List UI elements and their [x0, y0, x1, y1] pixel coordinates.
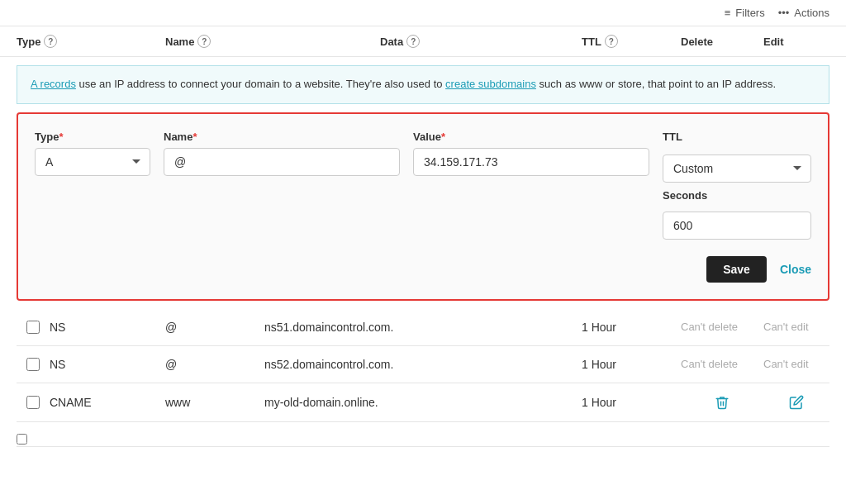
type-label-text: Type [35, 131, 59, 143]
type-help-icon[interactable]: ? [44, 35, 57, 48]
top-bar: ≡ Filters ••• Actions [0, 0, 846, 26]
row-ttl: 1 Hour [582, 358, 681, 371]
filters-icon: ≡ [725, 7, 731, 19]
col-edit-label: Edit [763, 36, 784, 48]
value-label: Value* [413, 131, 649, 143]
row-name: @ [165, 321, 264, 334]
row-type: NS [50, 358, 165, 371]
ttl-select-wrapper: Custom 1/2 Hour 1 Hour 2 Hours 4 Hours 6… [663, 155, 811, 183]
col-ttl-label: TTL [582, 36, 601, 48]
filters-label: Filters [735, 7, 764, 19]
col-name-label: Name [165, 36, 194, 48]
row-checkbox[interactable] [17, 434, 27, 445]
actions-button[interactable]: ••• Actions [778, 7, 829, 19]
create-subdomains-link[interactable]: create subdomains [445, 78, 536, 90]
seconds-label: Seconds [663, 189, 811, 202]
ttl-select[interactable]: Custom 1/2 Hour 1 Hour 2 Hours 4 Hours 6… [663, 155, 811, 183]
row-data: ns52.domaincontrol.com. [264, 358, 582, 371]
ttl-help-icon[interactable]: ? [605, 35, 618, 48]
row-type: NS [50, 321, 165, 334]
col-type: Type ? [17, 35, 165, 48]
type-required-star: * [59, 131, 63, 143]
row-name: @ [165, 358, 264, 371]
value-input[interactable] [413, 148, 649, 176]
table-row: NS @ ns52.domaincontrol.com. 1 Hour Can'… [17, 346, 829, 383]
close-button[interactable]: Close [780, 263, 811, 276]
row-checkbox-col [17, 321, 50, 334]
type-select[interactable]: A AAAA CNAME MX TXT NS SRV CAA [35, 148, 150, 176]
name-required-star: * [192, 131, 197, 143]
row-checkbox[interactable] [26, 396, 40, 409]
row-checkbox[interactable] [26, 321, 40, 334]
save-button[interactable]: Save [706, 256, 767, 283]
row-edit: Can't edit [763, 321, 829, 333]
info-text-middle: use an IP address to connect your domain… [79, 78, 446, 90]
name-label-text: Name [164, 131, 192, 143]
name-help-icon[interactable]: ? [197, 35, 211, 48]
table-header: Type ? Name ? Data ? TTL ? Delete Edit [0, 26, 846, 57]
col-type-label: Type [17, 36, 40, 48]
row-edit: Can't edit [763, 358, 829, 370]
row-checkbox-col [17, 434, 50, 447]
form-actions: Save Close [35, 256, 811, 283]
row-name: www [165, 396, 264, 409]
form-row: Type* A AAAA CNAME MX TXT NS SRV CAA Nam… [35, 131, 811, 240]
ttl-field: TTL Custom 1/2 Hour 1 Hour 2 Hours 4 Hou… [663, 131, 811, 240]
type-label: Type* [35, 131, 150, 143]
type-field: Type* A AAAA CNAME MX TXT NS SRV CAA [35, 131, 150, 176]
row-delete-icon[interactable] [681, 395, 763, 410]
col-name: Name ? [165, 35, 380, 48]
filters-button[interactable]: ≡ Filters [725, 7, 765, 19]
trash-icon [715, 395, 730, 410]
col-edit: Edit [763, 36, 829, 48]
col-data: Data ? [380, 35, 582, 48]
row-delete: Can't delete [681, 358, 763, 370]
data-help-icon[interactable]: ? [406, 35, 420, 48]
row-ttl: 1 Hour [582, 396, 681, 409]
row-data: my-old-domain.online. [264, 396, 582, 409]
col-delete-label: Delete [681, 36, 713, 48]
actions-icon: ••• [778, 7, 790, 19]
info-banner: A records use an IP address to connect y… [17, 65, 829, 104]
table-row-partial [17, 422, 829, 447]
name-label: Name* [164, 131, 400, 143]
table-row: CNAME www my-old-domain.online. 1 Hour [17, 383, 829, 422]
value-label-text: Value [413, 131, 441, 143]
pencil-icon [789, 395, 804, 410]
actions-label: Actions [794, 7, 829, 19]
table-row: NS @ ns51.domaincontrol.com. 1 Hour Can'… [17, 309, 829, 346]
row-ttl: 1 Hour [582, 321, 681, 334]
col-data-label: Data [380, 36, 403, 48]
ttl-label: TTL [663, 131, 811, 143]
col-delete: Delete [681, 36, 763, 48]
info-text-after: such as www or store, that point to an I… [539, 78, 777, 90]
ttl-label-text: TTL [663, 131, 682, 143]
dns-table: NS @ ns51.domaincontrol.com. 1 Hour Can'… [17, 309, 829, 447]
col-ttl: TTL ? [582, 35, 681, 48]
edit-form: Type* A AAAA CNAME MX TXT NS SRV CAA Nam… [17, 112, 829, 301]
value-field: Value* [413, 131, 649, 176]
value-required-star: * [441, 131, 445, 143]
seconds-input[interactable] [663, 212, 811, 240]
name-input[interactable] [164, 148, 400, 176]
row-checkbox-col [17, 358, 50, 371]
a-records-link[interactable]: A records [31, 78, 76, 90]
row-checkbox[interactable] [26, 358, 40, 371]
row-edit-icon[interactable] [763, 395, 829, 410]
row-data: ns51.domaincontrol.com. [264, 321, 582, 334]
name-field: Name* [164, 131, 400, 176]
row-delete: Can't delete [681, 321, 763, 333]
row-type: CNAME [50, 396, 165, 409]
row-checkbox-col [17, 396, 50, 409]
